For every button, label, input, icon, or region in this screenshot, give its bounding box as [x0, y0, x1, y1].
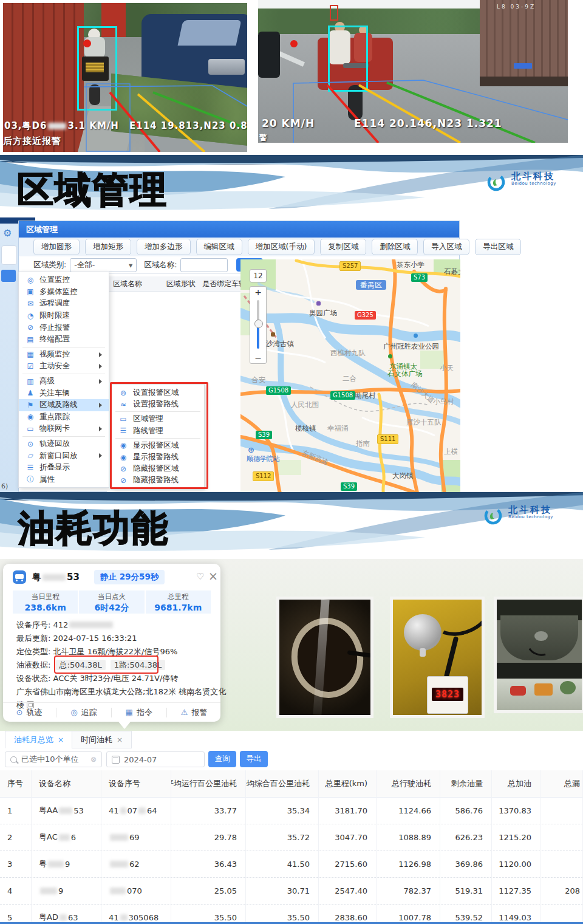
- show-route-icon: ◉: [119, 453, 128, 462]
- map-zoom-level: 12: [250, 269, 267, 282]
- menu-item-focus-track[interactable]: ◉重点跟踪: [19, 411, 109, 423]
- menu-divider: [22, 374, 105, 374]
- banner-fuel-title: 油耗功能: [18, 504, 169, 553]
- menu-item-new-window-replay[interactable]: ▱新窗口回放: [19, 450, 109, 462]
- table-row[interactable]: 2 粤AC6 69 29.78 35.72 3047.70 1088.89 62…: [0, 824, 583, 851]
- zoom-in-button[interactable]: +: [250, 287, 266, 298]
- clear-icon[interactable]: ⊗: [90, 755, 97, 764]
- menu-item-video[interactable]: ▦视频监控: [19, 349, 109, 361]
- map-badge-s112: S112: [253, 471, 274, 481]
- menu-item-property[interactable]: ⓘ属性: [19, 474, 109, 486]
- submenu-set-alarm-region[interactable]: ⊚设置报警区域: [112, 387, 204, 399]
- map-badge-g1508b: G1508: [330, 391, 355, 400]
- cell-device-name: 粤AD63: [32, 904, 101, 924]
- menu-item-stop-alarm[interactable]: ⊘停止报警: [19, 321, 109, 334]
- menu-item-media[interactable]: ▣多媒体监控: [19, 286, 109, 298]
- region-toolbar: 增加圆形 增加矩形 增加多边形 编辑区域 增加区域(手动) 复制区域 删除区域 …: [19, 238, 459, 256]
- region-name-input[interactable]: [180, 258, 228, 272]
- cell-avg-comb-fuel: 35.34: [246, 797, 319, 824]
- tab-fuel-month-overview[interactable]: 油耗月总览 ×: [5, 731, 73, 748]
- submenu-route-manage[interactable]: ☰路线管理: [112, 425, 204, 437]
- submenu-show-alarm-route[interactable]: ◉显示报警路线: [112, 451, 204, 463]
- status-badge: 静止 29分59秒: [94, 570, 165, 584]
- submenu-show-alarm-region[interactable]: ◉显示报警区域: [112, 440, 204, 451]
- submenu-arrow-icon: [99, 352, 104, 357]
- track-button[interactable]: ⊙轨迹: [16, 707, 42, 718]
- close-icon[interactable]: ×: [208, 569, 218, 583]
- map-zoom-slider[interactable]: + −: [250, 286, 267, 364]
- table-row[interactable]: 1 粤AA53 410764 33.77 35.34 3181.70 1124.…: [0, 797, 583, 824]
- gear-icon[interactable]: ⚙: [3, 227, 12, 239]
- cell-total-leak: [540, 904, 583, 924]
- favorite-icon[interactable]: ♡: [196, 571, 204, 582]
- zoom-out-button[interactable]: −: [250, 352, 266, 363]
- map-badge-g1508a: G1508: [266, 386, 291, 395]
- cell-no: 3: [0, 850, 32, 877]
- cam2-osd-alarm-partial: 警: [259, 132, 268, 143]
- add-region-manual-button[interactable]: 增加区域(手动): [248, 239, 315, 255]
- month-picker-input[interactable]: 2024-07: [106, 751, 205, 767]
- submenu-region-manage[interactable]: ▭区域管理: [112, 413, 204, 425]
- query-button[interactable]: 查询: [208, 751, 236, 767]
- menu-item-collapse[interactable]: ☰折叠显示: [19, 462, 109, 474]
- tab-time-fuel[interactable]: 时间油耗 ×: [72, 731, 132, 748]
- media-icon: ▣: [26, 287, 35, 296]
- sidebar-tool-fragment[interactable]: [1, 270, 16, 282]
- menu-item-advanced[interactable]: ▥高级: [19, 375, 109, 388]
- command-icon: ▦: [126, 708, 133, 717]
- vehicle-context-menu: ◎位置监控 ▣多媒体监控 ✉远程调度 ◔限时限速 ⊘停止报警 ▤终端配置 ▦视频…: [18, 272, 109, 488]
- menu-item-track-replay[interactable]: ⊙轨迹回放: [19, 438, 109, 450]
- cell-remain-fuel: 369.86: [440, 850, 492, 877]
- submenu-hide-alarm-route[interactable]: ⊘隐藏报警路线: [112, 474, 204, 486]
- unit-select-input[interactable]: 已选中10个单位 ⊗: [5, 751, 102, 767]
- region-type-select[interactable]: -全部- ▾: [70, 258, 137, 272]
- region-name-label: 区域名称:: [144, 260, 177, 270]
- window-titlebar: 区域管理: [19, 221, 459, 238]
- menu-item-iot-card[interactable]: ▭物联网卡: [19, 423, 109, 435]
- stat-label: 当日点火: [79, 592, 144, 601]
- export-button[interactable]: 导出: [240, 751, 268, 767]
- menu-item-follow-vehicle[interactable]: ♟关注车辆: [19, 387, 109, 399]
- menu-item-region-route[interactable]: ⚑区域及路线: [19, 399, 109, 411]
- menu-item-speed-limit[interactable]: ◔限时限速: [19, 310, 109, 322]
- submenu-set-alarm-route[interactable]: ≈设置报警路线: [112, 399, 204, 410]
- table-row[interactable]: 3 粤9 62 36.43 41.50 2715.60 1126.98 369.…: [0, 850, 583, 878]
- table-row[interactable]: 5 粤AD63 41305068 35.50 35.50 2838.60 100…: [0, 904, 583, 924]
- command-button[interactable]: ▦指令: [126, 707, 152, 718]
- table-row[interactable]: 4 9 070 25.05 30.71 2547.40 782.37 519.3…: [0, 877, 583, 905]
- add-polygon-button[interactable]: 增加多边形: [137, 239, 191, 255]
- tab-close-icon[interactable]: ×: [117, 736, 123, 744]
- export-region-button[interactable]: 导出区域: [475, 239, 521, 255]
- menu-label: 关注车辆: [39, 388, 70, 399]
- add-rect-button[interactable]: 增加矩形: [85, 239, 131, 255]
- submenu-hide-alarm-region[interactable]: ⊘隐藏报警区域: [112, 463, 204, 474]
- alarm-button[interactable]: ⚠报警: [181, 707, 208, 718]
- cell-device-name: 9: [32, 877, 101, 904]
- copy-region-button[interactable]: 复制区域: [320, 239, 366, 255]
- menu-item-location[interactable]: ◎位置监控: [19, 274, 109, 286]
- import-region-button[interactable]: 导入区域: [423, 239, 469, 255]
- cell-total-drive-fuel: 1088.89: [377, 824, 440, 850]
- add-circle-button[interactable]: 增加圆形: [33, 239, 80, 255]
- cell-remain-fuel: 539.52: [440, 904, 492, 924]
- focus-track-icon: ◉: [26, 412, 35, 421]
- map-canvas[interactable]: S257 茶东小学 石碁文 S73 番禺区 奥园广场 G325 沙湾古镇 西樵村…: [240, 259, 460, 492]
- zoom-knob[interactable]: [254, 320, 263, 328]
- delete-region-button[interactable]: 删除区域: [372, 239, 418, 255]
- edit-region-button[interactable]: 编辑区域: [196, 239, 242, 255]
- menu-item-active-safety[interactable]: ☑主动安全: [19, 360, 109, 372]
- menu-item-terminal-config[interactable]: ▤终端配置: [19, 334, 109, 346]
- fuel-tabbar: 油耗月总览 × 时间油耗 ×: [0, 731, 583, 750]
- fuel-filter-row: 已选中10个单位 ⊗ 2024-07 查询 导出: [0, 749, 583, 768]
- header-total-refuel: 总加油: [492, 770, 540, 797]
- cam1-osd-gps: E114 19.813,N23 0.882: [129, 120, 247, 131]
- menu-label: 视频监控: [39, 349, 70, 360]
- tab-close-icon[interactable]: ×: [58, 736, 64, 744]
- location-type-line: 定位类型: 北斗卫星 16颗/海拔22米/信号96%: [16, 646, 177, 657]
- header-remain-fuel: 剩余油量: [440, 770, 492, 797]
- beidou-logo: 北斗科技 Beidou technology: [486, 172, 583, 196]
- fuel-sensor-photo-3: [494, 597, 583, 713]
- follow-button[interactable]: ◎追踪: [70, 707, 97, 718]
- location-icon: ◎: [26, 276, 35, 284]
- menu-item-dispatch[interactable]: ✉远程调度: [19, 298, 109, 310]
